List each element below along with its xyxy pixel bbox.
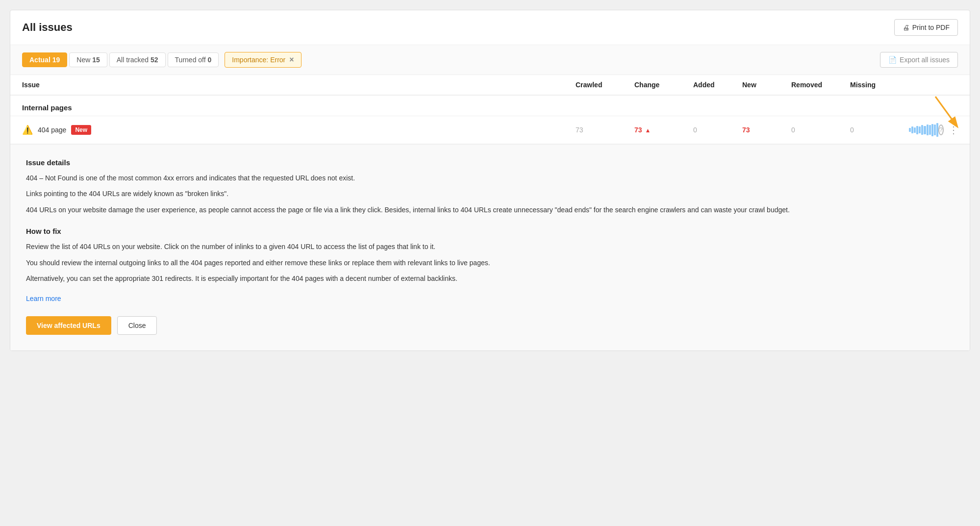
col-crawled: Crawled: [576, 81, 634, 89]
export-all-issues-button[interactable]: 📄 Export all issues: [880, 52, 958, 68]
print-to-pdf-button[interactable]: 🖨 Print to PDF: [894, 19, 958, 36]
view-affected-urls-button[interactable]: View affected URLs: [26, 316, 111, 335]
detail-paragraph-2: Links pointing to the 404 URLs are widel…: [26, 188, 954, 199]
how-to-fix-section: How to fix Review the list of 404 URLs o…: [26, 227, 954, 302]
table-row: ⚠️ 404 page New 73 73 ▲ 0 73 0 0 ? ⋮: [10, 116, 970, 144]
help-icon[interactable]: ?: [938, 125, 944, 135]
filter-tab-actual[interactable]: Actual 19: [22, 52, 67, 67]
issue-label[interactable]: 404 page: [38, 126, 66, 134]
detail-title: Issue details: [26, 158, 954, 167]
how-to-fix-title: How to fix: [26, 227, 954, 235]
filter-bar: Actual 19 New 15 All tracked 52 Turned o…: [10, 45, 970, 75]
filter-tab-all-tracked[interactable]: All tracked 52: [109, 52, 166, 67]
table-header: Issue Crawled Change Added New Removed M…: [10, 75, 970, 96]
warning-icon: ⚠️: [22, 125, 33, 135]
filter-tab-turned-off[interactable]: Turned off 0: [168, 52, 219, 67]
change-cell: 73 ▲: [634, 126, 693, 134]
filter-tabs: Actual 19 New 15 All tracked 52 Turned o…: [22, 52, 302, 68]
page-header: All issues 🖨 Print to PDF: [10, 10, 970, 45]
col-added: Added: [693, 81, 742, 89]
col-actions: [938, 81, 958, 89]
close-button[interactable]: Close: [117, 316, 157, 335]
learn-more-link[interactable]: Learn more: [26, 295, 61, 302]
filter-tab-new[interactable]: New 15: [69, 52, 107, 67]
added-cell: 0: [693, 126, 742, 134]
col-removed: Removed: [791, 81, 850, 89]
more-options-icon[interactable]: ⋮: [947, 124, 960, 136]
col-chart: [909, 81, 938, 89]
how-to-fix-paragraph-1: Review the list of 404 URLs on your webs…: [26, 241, 954, 252]
col-new: New: [742, 81, 791, 89]
col-change: Change: [634, 81, 693, 89]
missing-cell: 0: [850, 126, 909, 134]
detail-paragraph-1: 404 – Not Found is one of the most commo…: [26, 173, 954, 183]
crawled-cell: 73: [576, 126, 634, 134]
section-internal-pages: Internal pages: [10, 96, 970, 116]
detail-paragraph-3: 404 URLs on your website damage the user…: [26, 204, 954, 215]
how-to-fix-paragraph-2: You should review the internal outgoing …: [26, 257, 954, 268]
change-arrow-icon: ▲: [645, 127, 651, 134]
page-title: All issues: [22, 21, 73, 34]
sparkline-chart[interactable]: [909, 123, 938, 137]
new-cell: 73: [742, 126, 791, 134]
export-icon: 📄: [888, 56, 897, 64]
action-buttons: View affected URLs Close: [26, 316, 954, 335]
importance-filter-close[interactable]: ×: [289, 55, 294, 64]
col-issue: Issue: [22, 81, 576, 89]
detail-panel: Issue details 404 – Not Found is one of …: [10, 144, 970, 351]
col-missing: Missing: [850, 81, 909, 89]
how-to-fix-paragraph-3: Alternatively, you can set the appropria…: [26, 273, 954, 284]
printer-icon: 🖨: [903, 24, 909, 31]
removed-cell: 0: [791, 126, 850, 134]
issue-name-cell: ⚠️ 404 page New: [22, 125, 576, 135]
importance-filter-badge[interactable]: Importance: Error ×: [225, 52, 301, 68]
new-badge: New: [71, 125, 91, 135]
